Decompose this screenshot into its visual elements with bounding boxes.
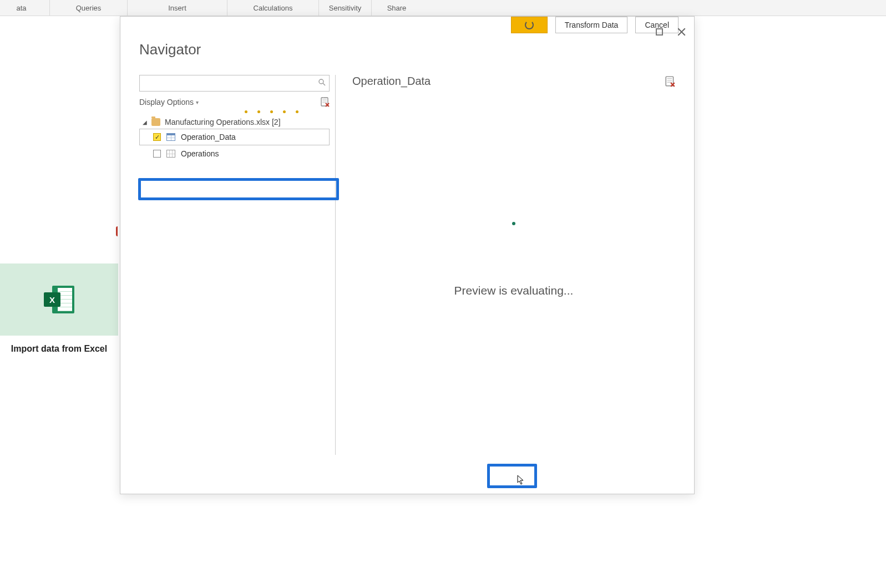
preview-title: Operation_Data xyxy=(352,75,431,88)
checkbox-unchecked-icon[interactable] xyxy=(153,150,161,158)
navigator-tree: ◢ Manufacturing Operations.xlsx [2] Oper… xyxy=(139,115,330,162)
dialog-footer: Transform Data Cancel xyxy=(120,17,694,45)
clear-preview-icon[interactable] xyxy=(321,97,330,107)
loading-dots xyxy=(139,110,330,113)
ribbon-group-sensitivity[interactable]: Sensitivity xyxy=(319,0,372,16)
close-button[interactable] xyxy=(676,27,686,37)
ribbon-group-calculations[interactable]: Calculations xyxy=(227,0,319,16)
worksheet-icon xyxy=(166,150,175,158)
table-icon xyxy=(166,133,175,141)
spinner-icon xyxy=(525,21,534,29)
ribbon-group-share[interactable]: Share xyxy=(372,0,422,16)
maximize-button[interactable] xyxy=(654,27,664,37)
ribbon-group-data[interactable]: ata xyxy=(0,0,50,16)
svg-point-0 xyxy=(319,79,323,84)
accent-sliver xyxy=(116,226,119,236)
chevron-down-icon: ▾ xyxy=(196,99,199,105)
import-excel-label: Import data from Excel xyxy=(0,344,118,354)
import-excel-card[interactable]: X xyxy=(0,263,118,336)
navigator-preview-pane: Operation_Data Preview is evaluating... xyxy=(336,75,675,455)
tree-item-operation-data[interactable]: Operation_Data xyxy=(139,129,330,145)
navigator-left-pane: Display Options ▾ ◢ Manufacturing Operat… xyxy=(139,75,336,455)
search-icon[interactable] xyxy=(318,79,326,88)
svg-line-1 xyxy=(323,83,325,85)
loading-dot xyxy=(512,222,515,225)
clear-preview-icon[interactable] xyxy=(665,76,675,87)
tree-item-label: Operation_Data xyxy=(181,133,236,141)
ribbon-group-queries[interactable]: Queries xyxy=(50,0,128,16)
transform-data-button[interactable]: Transform Data xyxy=(555,17,628,33)
load-button[interactable] xyxy=(511,17,548,33)
cursor-icon xyxy=(517,475,525,485)
search-box[interactable] xyxy=(139,75,330,92)
tree-item-label: Operations xyxy=(181,149,219,158)
display-options-dropdown[interactable]: Display Options ▾ xyxy=(139,98,199,107)
folder-icon xyxy=(151,118,160,126)
navigator-dialog: Navigator Display Options ▾ xyxy=(120,16,695,494)
search-input[interactable] xyxy=(143,79,318,88)
preview-status-text: Preview is evaluating... xyxy=(454,284,574,297)
caret-expanded-icon: ◢ xyxy=(143,119,147,125)
excel-icon: X xyxy=(44,286,74,313)
tree-item-operations[interactable]: Operations xyxy=(139,145,330,162)
dialog-title: Navigator xyxy=(139,41,201,58)
annotation-highlight-load xyxy=(487,464,537,488)
tree-root[interactable]: ◢ Manufacturing Operations.xlsx [2] xyxy=(139,115,330,129)
ribbon-bar: ata Queries Insert Calculations Sensitiv… xyxy=(0,0,886,16)
tree-root-label: Manufacturing Operations.xlsx [2] xyxy=(165,118,281,126)
ribbon-group-insert[interactable]: Insert xyxy=(128,0,227,16)
checkbox-checked-icon[interactable] xyxy=(153,133,161,141)
